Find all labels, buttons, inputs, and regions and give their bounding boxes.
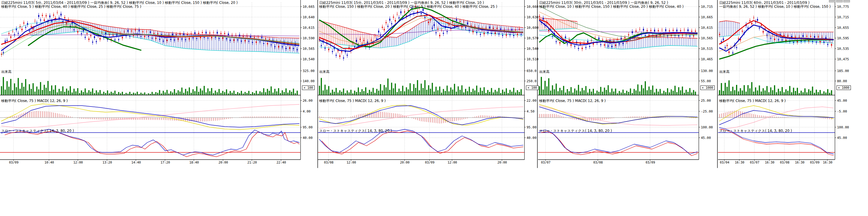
stochastics-axis-label: 45.00 xyxy=(837,136,847,140)
window-maximize-button[interactable] xyxy=(836,0,843,2)
volume-axis-label: 250.0 xyxy=(527,79,536,83)
volume-multiplier-badge: × 100 xyxy=(302,85,315,90)
volume-axis-label: 130.00 xyxy=(701,69,713,73)
price-axis-label: 10,590 xyxy=(303,36,315,40)
volume-axis-label: 80.00 xyxy=(837,79,847,83)
macd-axis-label: 45.00 xyxy=(837,99,847,103)
plot-area[interactable] xyxy=(0,8,301,159)
plot-area[interactable] xyxy=(538,8,699,159)
volume-multiplier-badge: × 1000 xyxy=(700,85,715,90)
macd-axis-label: -5.00 xyxy=(837,109,847,113)
time-axis-label: 03/09 xyxy=(810,160,819,164)
stochastics-axis-label: 40.00 xyxy=(303,136,313,140)
macd-axis-label: -25.00 xyxy=(701,109,713,113)
time-axis-label: 16:30 xyxy=(795,160,805,164)
price-axis-label: 10,570 xyxy=(527,36,538,40)
time-axis-label: 18:40 xyxy=(189,160,199,164)
macd-axis-label: 26.00 xyxy=(303,99,313,103)
plot-area[interactable] xyxy=(718,8,835,159)
time-axis-label: 20:00 xyxy=(218,160,228,164)
time-axis-label: 12:00 xyxy=(447,160,457,164)
time-axis-label: 16:30 xyxy=(735,160,744,164)
stochastics-axis-label: 40.00 xyxy=(527,136,536,140)
price-axis-label: 10,475 xyxy=(837,57,849,61)
price-axis-label: 10,595 xyxy=(837,36,849,40)
price-axis-label: 10,465 xyxy=(701,57,713,61)
stochastics-axis-label: 95.00 xyxy=(527,125,536,129)
volume-axis-label: 140.00 xyxy=(303,79,315,83)
time-axis-label: 03/09 xyxy=(9,160,19,164)
price-axis-label: 10,640 xyxy=(303,15,315,19)
price-axis-label: 10,540 xyxy=(303,57,315,61)
price-axis-label: 10,515 xyxy=(701,47,713,51)
time-axis-label: 03/07 xyxy=(750,160,760,164)
volume-multiplier-badge: × 1000 xyxy=(836,85,851,90)
price-axis-label: 10,715 xyxy=(837,15,849,19)
time-axis-label: 03/04 xyxy=(720,160,730,164)
macd-axis-label: 4.50 xyxy=(527,109,535,113)
stochastics-axis-label: 45.00 xyxy=(701,136,711,140)
price-axis-label: 10,535 xyxy=(837,47,849,51)
price-axis-label: 10,615 xyxy=(701,26,713,30)
price-axis-label: 10,565 xyxy=(701,36,713,40)
time-axis-label: 03/09 xyxy=(646,160,655,164)
time-axis-label: 20:00 xyxy=(497,160,507,164)
price-axis-label: 10,600 xyxy=(527,26,538,30)
time-axis-label: 03/08 xyxy=(324,160,334,164)
time-axis-label: 14:40 xyxy=(131,160,141,164)
time-axis-label: 22:40 xyxy=(277,160,286,164)
price-axis-label: 10,510 xyxy=(527,57,538,61)
plot-area[interactable] xyxy=(318,8,524,159)
time-axis-label: 20:00 xyxy=(400,160,410,164)
stochastics-axis-label: 100.00 xyxy=(701,125,713,129)
price-axis-label: 10,775 xyxy=(837,5,849,9)
volume-axis-label: 650.0 xyxy=(527,69,536,73)
stochastics-axis-label: 100.00 xyxy=(837,125,849,129)
price-axis-label: 10,665 xyxy=(701,15,713,19)
time-axis-label: 03/09 xyxy=(425,160,435,164)
time-axis-label: 03/08 xyxy=(780,160,789,164)
time-axis-label: 12:00 xyxy=(73,160,83,164)
volume-axis-label: 185.00 xyxy=(837,69,849,73)
time-axis-label: 03/08 xyxy=(593,160,603,164)
window-close-button[interactable] xyxy=(843,0,850,2)
price-axis-label: 10,715 xyxy=(701,5,713,9)
time-axis-label: 16:30 xyxy=(765,160,775,164)
time-axis-label: 03/07 xyxy=(541,160,551,164)
price-axis-label: 10,665 xyxy=(303,5,315,9)
time-axis-label: 21:20 xyxy=(247,160,257,164)
volume-axis-label: 325.00 xyxy=(303,69,315,73)
time-axis-label: 10:40 xyxy=(44,160,54,164)
trading-app-workspace: 日経225mini 11/03( 5分, 2011/03/04 - 2011/0… xyxy=(0,0,868,216)
macd-axis-label: 4.00 xyxy=(303,109,311,113)
volume-axis-label: 55.00 xyxy=(701,79,711,83)
price-axis-label: 10,655 xyxy=(837,26,849,30)
price-axis-label: 10,540 xyxy=(527,47,538,51)
price-axis-label: 10,565 xyxy=(303,47,315,51)
window-minimize-button[interactable] xyxy=(829,0,836,2)
price-axis-label: 10,660 xyxy=(527,5,538,9)
macd-axis-label: 22.00 xyxy=(527,99,536,103)
time-axis-label: 17:20 xyxy=(160,160,170,164)
price-axis-label: 10,630 xyxy=(527,15,538,19)
time-axis-label: 12:00 xyxy=(346,160,356,164)
time-axis-label: 13:20 xyxy=(102,160,112,164)
time-axis-label: 16:30 xyxy=(823,160,833,164)
macd-axis-label: 25.00 xyxy=(701,99,711,103)
stochastics-axis-label: 95.00 xyxy=(303,125,313,129)
volume-multiplier-badge: × 100 xyxy=(526,85,538,90)
price-axis-label: 10,615 xyxy=(303,26,315,30)
